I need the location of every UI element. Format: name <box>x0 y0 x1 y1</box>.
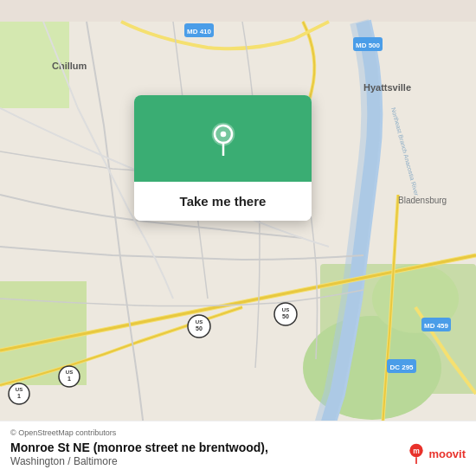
svg-text:US: US <box>196 319 203 325</box>
location-name: Monroe St NE (monroe street ne brentwood… <box>10 441 466 454</box>
bottom-bar: © OpenStreetMap contributors Monroe St N… <box>0 421 476 476</box>
location-region: Washington / Baltimore <box>10 455 466 467</box>
map-attribution: © OpenStreetMap contributors <box>10 428 466 437</box>
moovit-logo: m moovit <box>408 443 466 464</box>
svg-text:50: 50 <box>282 313 289 319</box>
svg-text:Bladensburg: Bladensburg <box>398 196 447 205</box>
svg-text:US: US <box>66 370 73 375</box>
card-banner <box>134 95 312 182</box>
svg-text:MD 410: MD 410 <box>187 28 212 35</box>
svg-text:US: US <box>16 387 23 392</box>
svg-text:MD 459: MD 459 <box>424 322 449 330</box>
svg-point-32 <box>220 132 226 138</box>
svg-text:Hyattsville: Hyattsville <box>363 82 411 93</box>
location-card: Take me there <box>134 95 312 221</box>
svg-text:m: m <box>414 447 421 455</box>
svg-text:1: 1 <box>68 376 71 382</box>
moovit-pin-icon: m <box>408 443 425 464</box>
map-background: MD 410 MD 500 US 1 US 1 US 50 US 50 MD 4… <box>0 0 476 476</box>
take-me-there-button[interactable]: Take me there <box>134 182 312 221</box>
svg-text:1: 1 <box>17 393 21 399</box>
svg-text:US: US <box>282 307 289 312</box>
svg-text:MD 500: MD 500 <box>356 42 381 49</box>
svg-text:DC 295: DC 295 <box>389 363 414 371</box>
svg-text:Chillum: Chillum <box>52 61 87 71</box>
moovit-label: moovit <box>428 447 466 460</box>
map-container: MD 410 MD 500 US 1 US 1 US 50 US 50 MD 4… <box>0 0 476 476</box>
location-pin-icon <box>206 121 241 156</box>
svg-text:50: 50 <box>196 325 203 331</box>
